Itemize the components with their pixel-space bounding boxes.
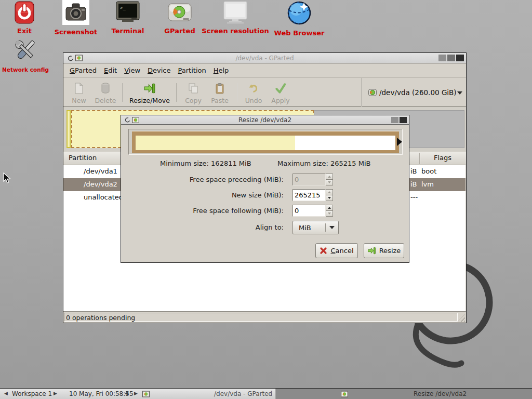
svg-text:>_: >_ xyxy=(120,5,126,10)
resize-button[interactable]: Resize xyxy=(364,243,404,258)
tools-icon xyxy=(12,37,38,63)
desktop-icon-label: Web Browser xyxy=(274,29,325,37)
partition-name: /dev/vda2 xyxy=(84,180,117,188)
cancel-x-icon xyxy=(320,247,327,255)
spin-up-button[interactable] xyxy=(326,205,333,211)
menu-edit[interactable]: Edit xyxy=(100,66,121,74)
main-window-title: /dev/vda - GParted xyxy=(63,55,466,62)
partition-name: unallocated xyxy=(84,193,123,201)
task-main-window[interactable]: /dev/vda - GParted xyxy=(151,389,275,399)
spin-buttons xyxy=(326,205,333,217)
desktop-icon-network-config[interactable]: Network config xyxy=(4,37,47,73)
spin-up-button[interactable] xyxy=(326,189,333,195)
menu-view[interactable]: View xyxy=(121,66,144,74)
toolbar-resize-move-button[interactable]: Resize/Move xyxy=(126,82,174,104)
toolbar-paste-button[interactable]: Paste xyxy=(207,82,232,104)
toolbar-separator xyxy=(237,83,237,102)
free-space-following-spinbox xyxy=(292,205,333,217)
workspace-label: Workspace 1 xyxy=(12,390,52,397)
globe-icon xyxy=(286,0,312,26)
align-to-combo[interactable]: MiB xyxy=(292,221,339,234)
close-button[interactable] xyxy=(456,55,464,61)
toolbar-new-button[interactable]: New xyxy=(68,82,90,104)
menu-help[interactable]: Help xyxy=(210,66,233,74)
resize-slider-widget[interactable] xyxy=(128,129,403,155)
camera-icon xyxy=(62,0,89,25)
menu-partition[interactable]: Partition xyxy=(175,66,210,74)
window-cycle-next-arrow[interactable]: ▶ xyxy=(134,391,138,396)
desktop-icon-web-browser[interactable]: Web Browser xyxy=(269,0,330,37)
spin-down-button[interactable] xyxy=(326,180,333,185)
spin-up-button[interactable] xyxy=(326,174,333,180)
desktop-icon-screen-resolution[interactable]: Screen resolution xyxy=(199,1,272,35)
spin-down-button[interactable] xyxy=(326,211,333,217)
task-resize-dialog[interactable]: Resize /dev/vda2 xyxy=(275,389,532,399)
task-label: Resize /dev/vda2 xyxy=(414,390,467,397)
toolbar-delete-button[interactable]: Delete xyxy=(92,82,119,104)
main-titlebar[interactable]: /dev/vda - GParted xyxy=(63,53,466,63)
desktop-icon-label: Screenshot xyxy=(55,28,98,36)
workspace-next-arrow[interactable]: ▶ xyxy=(54,391,57,396)
column-header-flags[interactable]: Flags xyxy=(420,154,466,162)
flags-value: lvm xyxy=(421,180,434,188)
spin-buttons xyxy=(326,174,333,185)
terminal-icon: >_ xyxy=(116,1,140,24)
dialog-close-button[interactable] xyxy=(400,117,407,123)
free-space-preceding-label: Free space preceding (MiB): xyxy=(154,174,284,186)
desktop-icon-screenshot[interactable]: Screenshot xyxy=(50,0,102,36)
size-fragment: iB xyxy=(410,180,417,188)
gparted-disk-icon xyxy=(167,2,192,24)
toolbar-separator xyxy=(176,83,177,102)
new-size-spinbox xyxy=(292,189,333,201)
right-resize-handle-arrow-icon[interactable] xyxy=(397,138,402,146)
desktop-icon-terminal[interactable]: >_ Terminal xyxy=(102,1,154,35)
desktop-icon-gparted[interactable]: GParted xyxy=(154,2,206,35)
toolbar-separator xyxy=(361,78,362,107)
maximize-button[interactable] xyxy=(447,55,455,61)
partition-used-bar xyxy=(136,136,295,150)
desktop-icon-label: Exit xyxy=(17,27,32,35)
cancel-button[interactable]: Cancel xyxy=(315,243,358,258)
partition-resize-frame[interactable] xyxy=(132,131,399,153)
resize-grip[interactable] xyxy=(458,314,465,322)
minimum-size-label: Minimum size: 162811 MiB xyxy=(160,159,251,167)
device-combo-label: /dev/vda (260.00 GiB) xyxy=(379,88,457,97)
task-label: /dev/vda - GParted xyxy=(214,390,272,397)
column-header-partition[interactable]: Partition xyxy=(69,154,97,162)
toolbar-apply-button[interactable]: Apply xyxy=(268,82,293,104)
minimize-button[interactable] xyxy=(438,55,446,61)
paste-icon xyxy=(214,82,225,95)
workspace-prev-arrow[interactable]: ◀ xyxy=(4,391,8,396)
dialog-maximize-button[interactable] xyxy=(391,117,398,123)
menubar: GParted Edit View Device Partition Help xyxy=(63,63,466,78)
spin-down-button[interactable] xyxy=(326,195,333,201)
new-partition-icon xyxy=(74,82,84,95)
undo-icon xyxy=(248,82,259,95)
dialog-titlebar[interactable]: Resize /dev/vda2 xyxy=(121,115,409,125)
free-space-following-input[interactable] xyxy=(292,205,326,217)
power-icon xyxy=(15,1,34,24)
monitor-icon xyxy=(222,1,248,24)
menu-device[interactable]: Device xyxy=(144,66,174,74)
desktop-icon-label: Screen resolution xyxy=(202,27,269,35)
desktop-icon-exit[interactable]: Exit xyxy=(9,1,40,35)
window-cycle-prev-arrow[interactable]: ◀ xyxy=(125,391,128,396)
maximum-size-label: Maximum size: 265215 MiB xyxy=(277,159,370,167)
device-combo[interactable]: /dev/vda (260.00 GiB) xyxy=(365,78,467,107)
toolbar-undo-button[interactable]: Undo xyxy=(241,82,266,104)
gparted-mini-icon xyxy=(142,391,150,397)
size-fragment: --- xyxy=(410,193,418,201)
desktop-icon-label: GParted xyxy=(164,27,195,35)
toolbar-copy-button[interactable]: Copy xyxy=(181,82,206,104)
menu-gparted[interactable]: GParted xyxy=(66,66,100,74)
desktop-icon-label: Terminal xyxy=(112,27,144,35)
desktop-icon-label: Network config xyxy=(2,66,49,73)
status-text: 0 operations pending xyxy=(64,313,458,322)
partition-name: /dev/vda1 xyxy=(84,167,117,175)
new-size-input[interactable] xyxy=(292,189,326,201)
device-disk-icon xyxy=(368,88,377,97)
partition-block-vda1[interactable] xyxy=(66,110,71,148)
gparted-mini-icon xyxy=(341,391,348,397)
free-space-preceding-input[interactable] xyxy=(292,174,326,185)
resize-arrow-icon xyxy=(367,246,376,255)
